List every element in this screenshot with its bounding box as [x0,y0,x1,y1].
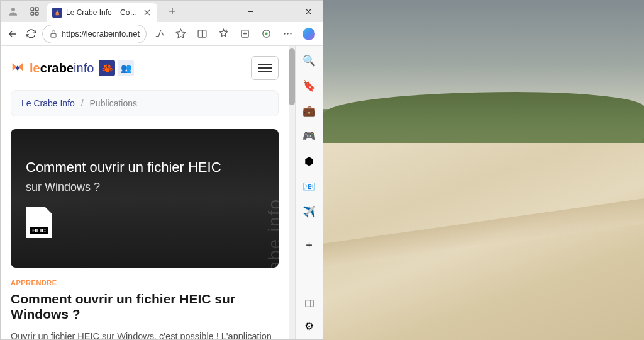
watermark: écrabe.info [265,198,279,268]
svg-point-12 [287,33,288,34]
more-button[interactable] [277,24,297,44]
sidebar-add-icon[interactable]: ＋ [301,236,318,252]
toolbar: https://lecrabeinfo.net [1,22,323,46]
extensions-icon[interactable] [256,24,276,44]
site-logo[interactable]: lecrabeinfo 🦀 👥 [11,60,134,76]
new-tab-button[interactable] [164,3,181,20]
svg-point-10 [265,32,267,35]
sidebar-games-icon[interactable]: 🎮 [301,128,318,144]
browser-window: ⋔ Le Crabe Info – Communauté d'e https:/… [0,0,323,340]
menu-button[interactable] [251,56,279,80]
image-overlay-subtitle: sur Windows ? [26,181,264,194]
users-badge-icon[interactable]: 👥 [118,60,134,76]
heic-file-icon: HEIC [26,207,52,238]
refresh-button[interactable] [23,24,40,44]
article-category[interactable]: APPRENDRE [11,279,279,286]
image-overlay-title: Comment ouvrir un fichier HEIC [26,159,264,176]
tab-title: Le Crabe Info – Communauté d'e [66,8,138,17]
edge-sidebar: 🔍 🔖 💼 🎮 ⬢ 📧 ✈️ ＋ ⚙ [295,46,323,339]
sidebar-tools-icon[interactable]: 💼 [301,103,318,119]
workspaces-icon[interactable] [26,3,43,20]
community-badge-icon[interactable]: 🦀 [99,60,115,76]
svg-rect-4 [35,12,38,15]
svg-rect-3 [31,12,34,15]
title-bar: ⋔ Le Crabe Info – Communauté d'e [1,1,323,22]
article-title[interactable]: Comment ouvrir un fichier HEIC sur Windo… [11,292,279,322]
split-screen-icon[interactable] [192,24,212,44]
read-aloud-icon[interactable] [149,24,169,44]
star-icon[interactable] [170,24,191,44]
tab-favicon-icon: ⋔ [52,8,62,18]
back-button[interactable] [4,24,21,44]
breadcrumb-current: Publications [90,98,138,108]
scrollbar[interactable] [289,46,295,339]
desktop-wallpaper [323,0,644,340]
browser-tab[interactable]: ⋔ Le Crabe Info – Communauté d'e [47,3,157,22]
svg-rect-14 [306,300,313,307]
scrollbar-thumb[interactable] [289,48,295,105]
address-bar[interactable]: https://lecrabeinfo.net [42,25,147,43]
copilot-button[interactable] [299,24,319,44]
crab-icon [11,61,25,75]
page-viewport[interactable]: lecrabeinfo 🦀 👥 Le Crabe Info / Publicat… [1,46,289,339]
sidebar-office-icon[interactable]: ⬢ [301,153,318,169]
lock-icon [49,30,58,38]
svg-rect-1 [31,8,34,11]
article-featured-image[interactable]: Comment ouvrir un fichier HEIC sur Windo… [11,129,279,268]
sidebar-panel-icon[interactable] [301,295,318,312]
svg-rect-5 [277,9,282,14]
article-excerpt: Ouvrir un fichier HEIC sur Windows, c'es… [11,329,279,339]
svg-rect-6 [51,33,56,37]
address-text: https://lecrabeinfo.net [62,29,140,38]
profile-icon[interactable] [4,3,22,20]
sidebar-search-icon[interactable]: 🔍 [301,52,318,69]
sidebar-outlook-icon[interactable]: 📧 [301,178,318,195]
collections-icon[interactable] [235,24,255,44]
site-header: lecrabeinfo 🦀 👥 [11,56,279,80]
tab-close-button[interactable] [142,8,152,18]
window-close-button[interactable] [294,1,323,22]
svg-rect-2 [35,8,38,11]
sidebar-settings-icon[interactable]: ⚙ [301,318,318,334]
svg-point-11 [284,33,285,34]
svg-point-0 [11,8,15,11]
sidebar-shopping-icon[interactable]: 🔖 [301,77,318,94]
minimize-button[interactable] [236,1,265,22]
favorites-icon[interactable] [213,24,233,44]
breadcrumb-home[interactable]: Le Crabe Info [21,98,75,108]
breadcrumb: Le Crabe Info / Publications [11,90,279,116]
sidebar-drop-icon[interactable]: ✈️ [301,203,318,220]
svg-point-13 [290,33,291,34]
maximize-button[interactable] [265,1,294,22]
